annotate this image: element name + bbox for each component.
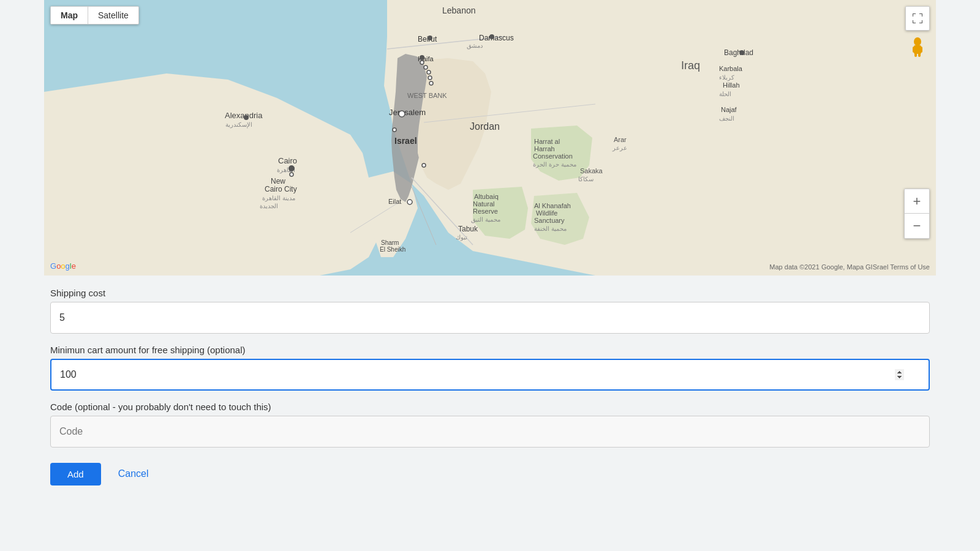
svg-text:Iraq: Iraq <box>681 59 700 72</box>
svg-text:Sharm: Sharm <box>381 239 399 246</box>
svg-point-64 <box>244 115 249 120</box>
map-type-toggle: Map Satellite <box>50 6 139 24</box>
svg-point-67 <box>739 50 744 55</box>
form-actions: Add Cancel <box>50 462 930 485</box>
map-pegman[interactable] <box>907 37 929 59</box>
svg-text:النجف: النجف <box>719 115 734 122</box>
svg-text:WEST BANK: WEST BANK <box>407 92 447 99</box>
svg-text:Sakaka: Sakaka <box>580 167 603 174</box>
code-group: Code (optional - you probably don't need… <box>50 402 930 448</box>
svg-text:New: New <box>271 177 285 186</box>
svg-text:الحلة: الحلة <box>719 91 731 97</box>
svg-text:Tabuk: Tabuk <box>458 225 478 233</box>
cancel-button[interactable]: Cancel <box>113 462 154 485</box>
code-input[interactable] <box>50 416 930 448</box>
svg-text:Harrah: Harrah <box>534 145 555 152</box>
svg-point-68 <box>914 37 921 46</box>
svg-text:Damascus: Damascus <box>479 34 514 42</box>
svg-point-56 <box>424 66 428 69</box>
svg-text:Cairo City: Cairo City <box>265 185 297 193</box>
svg-text:كربلاء: كربلاء <box>719 74 734 81</box>
svg-rect-73 <box>918 53 921 57</box>
svg-point-63 <box>407 200 412 204</box>
svg-text:Al Khanafah: Al Khanafah <box>534 202 571 209</box>
svg-text:El Sheikh: El Sheikh <box>380 246 405 253</box>
svg-text:تبوك: تبوك <box>456 234 467 241</box>
svg-text:Jordan: Jordan <box>470 121 500 132</box>
svg-point-54 <box>420 55 424 60</box>
svg-text:Israel: Israel <box>394 136 417 146</box>
min-cart-label: Minimun cart amount for free shipping (o… <box>50 345 930 355</box>
svg-text:Lebanon: Lebanon <box>442 6 476 15</box>
svg-point-55 <box>420 61 424 64</box>
svg-text:Reserve: Reserve <box>473 208 498 215</box>
svg-point-62 <box>422 163 426 167</box>
svg-point-52 <box>428 36 432 40</box>
code-label: Code (optional - you probably don't need… <box>50 402 930 412</box>
map-zoom-out-button[interactable]: − <box>905 214 929 238</box>
svg-text:Natural: Natural <box>473 200 494 208</box>
map-google-logo: Google <box>50 261 76 271</box>
map-type-map-button[interactable]: Map <box>51 7 88 24</box>
svg-text:محمية التيق: محمية التيق <box>471 216 500 223</box>
shipping-cost-group: Shipping cost <box>50 288 930 334</box>
svg-point-58 <box>428 76 432 80</box>
svg-text:Wildlife: Wildlife <box>536 209 557 217</box>
svg-text:Jerusalem: Jerusalem <box>389 108 426 117</box>
svg-text:Sanctuary: Sanctuary <box>534 217 565 224</box>
svg-text:Karbala: Karbala <box>719 65 743 72</box>
min-cart-group: Minimun cart amount for free shipping (o… <box>50 345 930 391</box>
svg-point-59 <box>429 81 433 85</box>
shipping-cost-input[interactable] <box>50 302 930 334</box>
svg-point-57 <box>427 70 431 74</box>
svg-text:محمية الخنفة: محمية الخنفة <box>534 225 567 232</box>
map-attribution: Map data ©2021 Google, Mapa GISrael Term… <box>769 263 930 271</box>
svg-text:Hillah: Hillah <box>723 81 740 89</box>
svg-text:Najaf: Najaf <box>721 106 737 113</box>
svg-text:الإسكندرية: الإسكندرية <box>225 121 252 129</box>
svg-rect-72 <box>914 53 917 57</box>
svg-text:Baghdad: Baghdad <box>724 48 753 57</box>
svg-text:Harrat al: Harrat al <box>534 138 560 145</box>
svg-text:Alexandria: Alexandria <box>225 111 263 120</box>
svg-text:Conservation: Conservation <box>533 152 573 160</box>
svg-text:Beirut: Beirut <box>418 35 437 43</box>
svg-point-66 <box>290 173 293 176</box>
svg-text:محمية حرة الحرة: محمية حرة الحرة <box>533 161 576 168</box>
map-fullscreen-button[interactable] <box>905 6 930 31</box>
svg-text:Altubaiq: Altubaiq <box>474 193 499 200</box>
add-button[interactable]: Add <box>50 463 101 485</box>
svg-text:Cairo: Cairo <box>278 156 297 165</box>
min-cart-input[interactable] <box>50 359 930 391</box>
svg-text:Eilat: Eilat <box>388 198 401 205</box>
form-section: Shipping cost Minimun cart amount for fr… <box>44 276 936 504</box>
map-type-satellite-button[interactable]: Satellite <box>88 7 138 24</box>
svg-point-60 <box>399 111 405 117</box>
svg-rect-70 <box>913 47 916 53</box>
map-container: Lebanon Beirut Damascus دمشق Haifa WEST … <box>44 0 936 276</box>
svg-text:دمشق: دمشق <box>467 42 483 50</box>
svg-point-65 <box>288 165 295 171</box>
svg-text:الجديدة: الجديدة <box>260 203 278 209</box>
svg-rect-71 <box>919 47 922 53</box>
svg-point-61 <box>393 128 396 132</box>
shipping-cost-label: Shipping cost <box>50 288 930 298</box>
svg-text:سكاكا: سكاكا <box>578 176 594 182</box>
map-zoom-controls: + − <box>904 189 930 239</box>
svg-point-53 <box>489 34 494 39</box>
min-cart-spinner-wrapper <box>50 359 930 391</box>
svg-text:Arar: Arar <box>614 136 627 143</box>
svg-text:عرعر: عرعر <box>612 144 627 152</box>
map-zoom-in-button[interactable]: + <box>905 189 929 214</box>
svg-text:مدينة القاهرة: مدينة القاهرة <box>262 195 295 202</box>
